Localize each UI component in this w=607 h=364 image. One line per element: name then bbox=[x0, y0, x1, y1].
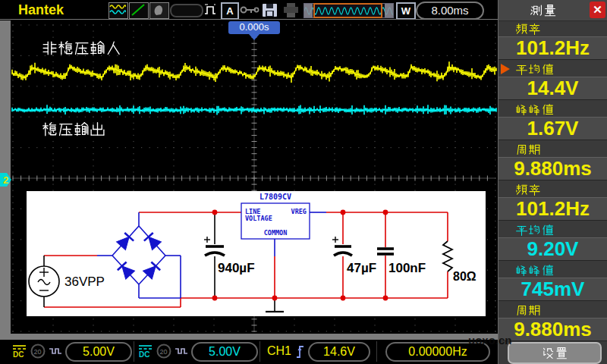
svg-text:DC: DC bbox=[139, 350, 149, 358]
measure-value: 9.880ms bbox=[498, 157, 607, 180]
preview-right-handle[interactable] bbox=[385, 4, 393, 17]
measure-label bbox=[498, 21, 607, 36]
empty-indicator-pill bbox=[170, 4, 203, 17]
close-button[interactable]: ✕ bbox=[590, 2, 605, 18]
measure-label bbox=[498, 182, 607, 197]
scope-frame-bottom bbox=[0, 334, 498, 340]
ch2-zero-marker[interactable]: 2 bbox=[0, 173, 12, 187]
ch2-volts-div[interactable]: 5.00V bbox=[191, 342, 258, 362]
svg-text:20: 20 bbox=[34, 348, 42, 356]
scope-display: 36VPP bbox=[11, 20, 498, 334]
ch1-bandwidth-icon[interactable]: 20 bbox=[30, 344, 46, 362]
channel-waves-icon[interactable] bbox=[109, 2, 128, 19]
measure-label bbox=[498, 262, 607, 278]
sidebar-header: ✕ bbox=[498, 0, 607, 21]
measure-label bbox=[498, 142, 607, 157]
trigger-edge-icon[interactable] bbox=[296, 343, 306, 364]
measure-sidebar: ✕ 101.2Hz14.4V1.67V9.880ms101.2Hz9.20V74… bbox=[498, 0, 607, 364]
w-label: W bbox=[401, 5, 410, 17]
cursor-line-icon[interactable] bbox=[129, 2, 149, 19]
hand-tool-icon[interactable] bbox=[149, 2, 169, 19]
cap2-label: 47µF bbox=[347, 261, 376, 275]
bottom-status-bar: DC 20 5.00V DC 20 5.00V bbox=[0, 340, 498, 364]
measure-value: 9.880ms bbox=[498, 318, 607, 341]
selected-arrow-icon bbox=[501, 64, 510, 74]
auto-label: A bbox=[226, 5, 233, 17]
measure-item: 745mV bbox=[498, 262, 607, 301]
ch2-coupling-dc-icon[interactable]: DC bbox=[138, 344, 153, 361]
topbar-divider bbox=[0, 19, 498, 20]
measure-item: 101.2Hz bbox=[498, 21, 607, 60]
pin-common: COMMON bbox=[264, 229, 288, 237]
ch1-coupling-dc-icon[interactable]: DC bbox=[12, 344, 27, 361]
measure-item: 9.880ms bbox=[498, 303, 607, 341]
measure-value: 745mV bbox=[498, 278, 607, 301]
trigger-position-pointer[interactable] bbox=[249, 34, 259, 40]
preview-window[interactable] bbox=[313, 3, 382, 18]
measure-label bbox=[498, 61, 607, 77]
measure-item: 101.2Hz bbox=[498, 182, 607, 221]
measure-value: 101.2Hz bbox=[498, 197, 607, 221]
pin-voltage: VOLTAGE bbox=[245, 215, 272, 222]
lock-key-icon[interactable] bbox=[240, 5, 259, 18]
cap1-label: 940µF bbox=[218, 261, 255, 275]
measure-item: 9.20V bbox=[498, 222, 607, 261]
measure-value: 1.67V bbox=[498, 117, 607, 140]
regulator-title: L7809CV bbox=[259, 193, 291, 201]
timebase-display[interactable]: 8.00ms bbox=[416, 2, 484, 20]
measure-item: 9.880ms bbox=[498, 142, 607, 180]
measure-value: 9.20V bbox=[498, 237, 607, 261]
trigger-time-tab[interactable]: 0.000s bbox=[228, 21, 280, 34]
measure-label bbox=[498, 222, 607, 237]
measure-value: 14.4V bbox=[498, 77, 607, 100]
preview-left-handle[interactable] bbox=[304, 4, 313, 17]
oscilloscope-app: Hantek A bbox=[0, 0, 607, 364]
top-toolbar: Hantek A bbox=[0, 0, 498, 20]
trigger-source[interactable]: CH1 bbox=[267, 344, 291, 358]
svg-text:20: 20 bbox=[160, 348, 168, 356]
svg-text:DC: DC bbox=[13, 350, 24, 358]
ch1-trace-label bbox=[42, 41, 121, 55]
waveform-preview[interactable] bbox=[304, 3, 394, 18]
window-mode-icon[interactable]: W bbox=[396, 2, 416, 20]
ch1-volts-div[interactable]: 5.00V bbox=[65, 342, 132, 362]
settings-button[interactable] bbox=[508, 342, 602, 364]
trigger-level[interactable]: 14.6V bbox=[308, 342, 370, 362]
measure-item: 1.67V bbox=[498, 102, 607, 140]
separator bbox=[259, 341, 260, 362]
measure-value: 101.2Hz bbox=[498, 36, 607, 60]
hantek-logo: Hantek bbox=[18, 2, 64, 18]
ch2-marker-number: 2 bbox=[3, 174, 8, 186]
auto-trigger-icon[interactable]: A bbox=[221, 2, 239, 20]
measure-item: 14.4V bbox=[498, 61, 607, 100]
separator bbox=[134, 341, 134, 362]
sidebar-title bbox=[498, 3, 587, 17]
resistor-label: 80Ω bbox=[453, 270, 476, 283]
cap3-label: 100nF bbox=[388, 261, 426, 275]
measure-label bbox=[498, 303, 607, 318]
ch1-probe-icon[interactable] bbox=[49, 346, 62, 359]
ch2-probe-icon[interactable] bbox=[175, 346, 188, 359]
ch2-trace-label bbox=[42, 122, 105, 136]
pin-vreg: VREG bbox=[291, 208, 307, 215]
ch2-bandwidth-icon[interactable]: 20 bbox=[156, 344, 171, 362]
circuit-diagram: 36VPP bbox=[27, 191, 486, 316]
pulse-icon[interactable] bbox=[203, 2, 220, 20]
source-label: 36VPP bbox=[64, 275, 105, 289]
watermark: uoxo.cn bbox=[468, 334, 512, 347]
measure-label bbox=[498, 102, 607, 117]
separator bbox=[376, 341, 377, 362]
